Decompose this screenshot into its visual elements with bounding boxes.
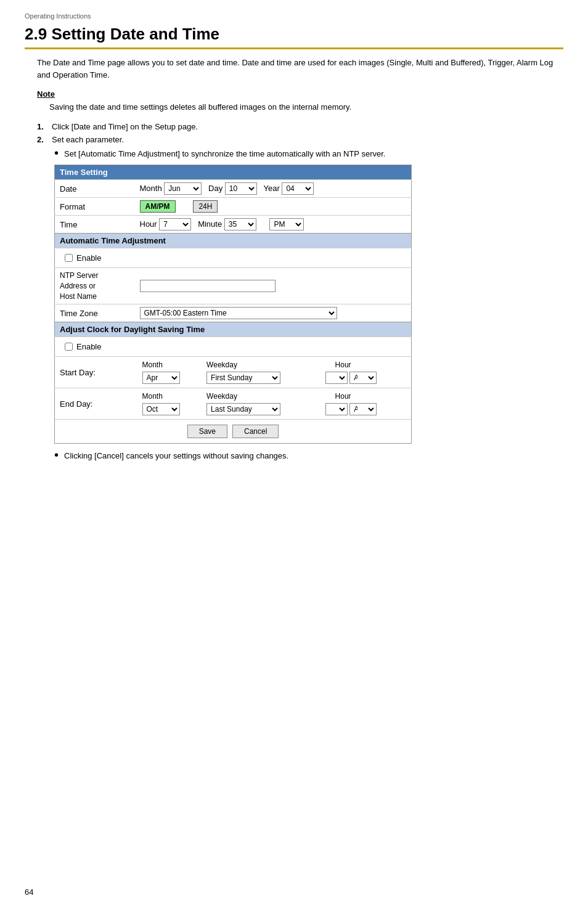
daylight-header: Adjust Clock for Daylight Saving Time: [55, 322, 412, 337]
cancel-button[interactable]: Cancel: [232, 425, 279, 438]
end-day-controls: Month Weekday Hour JanFebMarAprMayJunJul…: [135, 388, 412, 420]
hour-label: Hour: [140, 219, 157, 229]
month-label: Month: [140, 184, 162, 193]
date-row: Date Month JanFebMarAprMayJunJulAugSepOc…: [55, 180, 412, 198]
end-weekday-col-label: Weekday: [202, 391, 320, 402]
start-month-col-label: Month: [140, 359, 202, 370]
timezone-label: Time Zone: [55, 304, 135, 322]
timezone-row: Time Zone GMT-05:00 Eastern Time: [55, 304, 412, 322]
end-weekday-select[interactable]: First SundaySecond SundayThird SundayFou…: [206, 403, 280, 415]
time-setting-header: Time Setting: [55, 165, 412, 180]
section-title: 2.9 Setting Date and Time: [25, 25, 563, 49]
start-day-label: Start Day:: [55, 357, 135, 388]
daylight-header-row: Adjust Clock for Daylight Saving Time: [55, 322, 412, 337]
timezone-cell: GMT-05:00 Eastern Time: [135, 304, 412, 322]
minute-label: Minute: [198, 219, 222, 229]
date-controls: Month JanFebMarAprMayJunJulAugSepOctNovD…: [135, 180, 412, 198]
time-label: Time: [55, 216, 135, 234]
start-day-row: Start Day: Month Weekday Hour JanFebMarA…: [55, 357, 412, 388]
hour-select[interactable]: 123456789101112: [159, 218, 191, 230]
start-weekday-col-label: Weekday: [202, 359, 320, 370]
ntp-input[interactable]: [140, 280, 276, 292]
ampm-button[interactable]: AM/PM: [140, 200, 176, 213]
start-hour-col-label: Hour: [321, 359, 406, 370]
auto-time-header: Automatic Time Adjustment: [55, 234, 412, 248]
description: The Date and Time page allows you to set…: [37, 57, 563, 81]
bullet-item-1: • Set [Automatic Time Adjustment] to syn…: [54, 148, 563, 160]
bottom-bullet: • Clicking [Cancel] cancels your setting…: [54, 450, 563, 462]
start-hour-select[interactable]: 123456: [325, 372, 348, 384]
minute-select[interactable]: 000510152025303540455055: [224, 218, 256, 230]
time-row: Time Hour 123456789101112 Minute 0005101…: [55, 216, 412, 234]
day-label: Day: [208, 184, 223, 193]
daylight-enable-checkbox[interactable]: [65, 343, 73, 351]
step-1: 1. Click [Date and Time] on the Setup pa…: [37, 122, 563, 131]
ntp-row: NTP Server Address or Host Name: [55, 268, 412, 304]
start-weekday-select[interactable]: First SundaySecond SundayThird SundayFou…: [206, 372, 280, 384]
year-select[interactable]: 040506: [282, 182, 314, 195]
end-ampm-select[interactable]: AMPM: [349, 403, 377, 415]
ntp-input-cell: [135, 268, 412, 304]
end-hour-col-label: Hour: [321, 391, 406, 402]
time-setting-header-row: Time Setting: [55, 165, 412, 180]
save-button[interactable]: Save: [187, 425, 227, 438]
format-controls: AM/PM 24H: [135, 198, 412, 216]
note-text: Saving the date and time settings delete…: [49, 101, 563, 113]
auto-enable-label: Enable: [76, 253, 101, 263]
save-cancel-cell: Save Cancel: [55, 419, 412, 444]
ampm-select[interactable]: AMPM: [269, 218, 304, 230]
auto-enable-checkbox[interactable]: [65, 254, 73, 262]
start-month-select[interactable]: JanFebMarAprMayJunJulAugSepOctNovDec: [142, 372, 180, 384]
format-label: Format: [55, 198, 135, 216]
h24-button[interactable]: 24H: [193, 200, 218, 213]
daylight-enable-label: Enable: [76, 342, 101, 351]
save-cancel-row: Save Cancel: [55, 419, 412, 444]
end-hour-select[interactable]: 123456: [325, 403, 348, 415]
year-label: Year: [263, 184, 279, 193]
date-label: Date: [55, 180, 135, 198]
start-day-controls: Month Weekday Hour JanFebMarAprMayJunJul…: [135, 357, 412, 388]
day-select[interactable]: 1234567891011121314151617181920212223242…: [225, 182, 257, 195]
page-number: 64: [25, 887, 33, 897]
auto-enable-cell: Enable: [55, 248, 412, 268]
month-select[interactable]: JanFebMarAprMayJunJulAugSepOctNovDec: [164, 182, 202, 195]
end-month-select[interactable]: JanFebMarAprMayJunJulAugSepOctNovDec: [142, 403, 180, 415]
end-month-col-label: Month: [140, 391, 202, 402]
daylight-enable-row: Enable: [55, 337, 412, 357]
note-label: Note: [37, 89, 563, 99]
time-controls: Hour 123456789101112 Minute 000510152025…: [135, 216, 412, 234]
step-2: 2. Set each parameter.: [37, 135, 563, 144]
ntp-label: NTP Server Address or Host Name: [55, 268, 135, 304]
end-day-label: End Day:: [55, 388, 135, 420]
daylight-enable-cell: Enable: [55, 337, 412, 357]
format-row: Format AM/PM 24H: [55, 198, 412, 216]
timezone-select[interactable]: GMT-05:00 Eastern Time: [140, 307, 337, 319]
end-day-row: End Day: Month Weekday Hour JanFebMarApr…: [55, 388, 412, 420]
auto-time-header-row: Automatic Time Adjustment: [55, 234, 412, 248]
settings-table: Time Setting Date Month JanFebMarAprMayJ…: [54, 165, 412, 444]
breadcrumb: Operating Instructions: [25, 12, 563, 20]
start-ampm-select[interactable]: AMPM: [349, 372, 377, 384]
auto-enable-row: Enable: [55, 248, 412, 268]
